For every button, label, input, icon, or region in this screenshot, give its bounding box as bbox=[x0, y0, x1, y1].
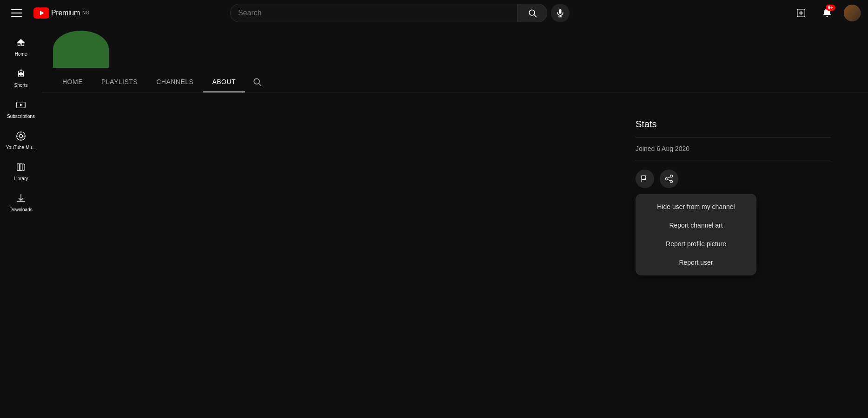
share-icon bbox=[664, 174, 674, 183]
premium-label: Premium bbox=[51, 9, 80, 17]
tab-playlists[interactable]: PLAYLISTS bbox=[92, 72, 147, 92]
channel-avatar bbox=[53, 31, 109, 68]
downloads-icon bbox=[16, 193, 26, 204]
channel-banner bbox=[42, 31, 868, 68]
notifications-button[interactable]: 9+ bbox=[818, 4, 836, 22]
svg-rect-15 bbox=[20, 164, 22, 171]
topnav-left: Premium NG bbox=[7, 4, 119, 22]
topnav: Premium NG bbox=[0, 0, 868, 26]
ng-badge: NG bbox=[82, 10, 89, 15]
youtube-music-icon bbox=[16, 131, 26, 142]
shorts-icon bbox=[16, 68, 26, 79]
sidebar-downloads-label: Downloads bbox=[9, 207, 32, 213]
main-content: HOME PLAYLISTS CHANNELS ABOUT Stats Join… bbox=[42, 26, 868, 92]
tab-home[interactable]: HOME bbox=[53, 72, 92, 92]
sidebar-music-label: YouTube Mu... bbox=[6, 144, 36, 150]
stats-divider-2 bbox=[636, 160, 831, 160]
tab-channels[interactable]: CHANNELS bbox=[147, 72, 203, 92]
svg-point-19 bbox=[670, 175, 673, 177]
create-button[interactable] bbox=[792, 4, 810, 22]
stats-actions: Hide user from my channel Report channel… bbox=[636, 170, 831, 188]
sidebar: Home Shorts Subscriptions YouTube Mu... … bbox=[0, 26, 42, 418]
youtube-logo-icon bbox=[33, 7, 49, 19]
sidebar-item-subscriptions[interactable]: Subscriptions bbox=[2, 94, 40, 123]
search-icon bbox=[528, 8, 537, 18]
logo-area[interactable]: Premium NG bbox=[33, 7, 89, 19]
stats-panel: Stats Joined 6 Aug 2020 Hide user from m… bbox=[636, 119, 831, 188]
flag-button[interactable]: Hide user from my channel Report channel… bbox=[636, 170, 654, 188]
subscriptions-icon bbox=[16, 99, 26, 111]
flag-icon bbox=[640, 174, 649, 183]
dropdown-report-art[interactable]: Report channel art bbox=[636, 216, 756, 235]
library-icon bbox=[16, 162, 26, 173]
tab-search-button[interactable] bbox=[245, 72, 269, 91]
channel-header: HOME PLAYLISTS CHANNELS ABOUT bbox=[42, 26, 868, 92]
sidebar-subscriptions-label: Subscriptions bbox=[7, 113, 35, 119]
hamburger-button[interactable] bbox=[7, 4, 26, 22]
svg-rect-14 bbox=[17, 164, 20, 171]
search-area bbox=[230, 4, 570, 22]
sidebar-item-library[interactable]: Library bbox=[2, 156, 40, 185]
svg-point-21 bbox=[670, 180, 673, 183]
sidebar-item-shorts[interactable]: Shorts bbox=[2, 63, 40, 92]
create-icon bbox=[796, 8, 806, 18]
svg-rect-4 bbox=[559, 9, 562, 14]
sidebar-home-label: Home bbox=[15, 51, 27, 57]
mic-icon bbox=[556, 8, 565, 18]
tab-about[interactable]: ABOUT bbox=[203, 72, 245, 92]
svg-point-13 bbox=[19, 134, 22, 137]
svg-line-3 bbox=[534, 15, 536, 17]
share-button[interactable] bbox=[660, 170, 678, 188]
sidebar-item-downloads[interactable]: Downloads bbox=[2, 187, 40, 216]
tab-search-icon bbox=[252, 77, 262, 86]
svg-point-20 bbox=[666, 178, 668, 180]
svg-marker-11 bbox=[20, 104, 23, 106]
sidebar-shorts-label: Shorts bbox=[14, 82, 28, 88]
stats-divider bbox=[636, 137, 831, 137]
sidebar-item-youtube-music[interactable]: YouTube Mu... bbox=[2, 125, 40, 154]
sidebar-library-label: Library bbox=[14, 176, 28, 182]
stats-title: Stats bbox=[636, 119, 831, 130]
dropdown-report-picture[interactable]: Report profile picture bbox=[636, 235, 756, 253]
stats-join-date: Joined 6 Aug 2020 bbox=[636, 145, 831, 152]
sidebar-item-home[interactable]: Home bbox=[2, 32, 40, 61]
channel-tabs: HOME PLAYLISTS CHANNELS ABOUT bbox=[42, 72, 868, 92]
svg-line-22 bbox=[668, 179, 670, 181]
avatar[interactable] bbox=[844, 5, 861, 21]
svg-line-17 bbox=[259, 84, 261, 86]
svg-line-23 bbox=[668, 176, 670, 178]
notification-badge: 9+ bbox=[826, 5, 835, 11]
topnav-right: 9+ bbox=[792, 4, 861, 22]
hamburger-icon bbox=[11, 7, 22, 19]
search-input[interactable] bbox=[231, 4, 517, 22]
avatar-image bbox=[844, 5, 861, 21]
search-bar bbox=[230, 4, 517, 22]
flag-dropdown-menu: Hide user from my channel Report channel… bbox=[636, 194, 756, 275]
home-icon bbox=[16, 37, 26, 48]
mic-button[interactable] bbox=[551, 4, 570, 22]
dropdown-hide-user[interactable]: Hide user from my channel bbox=[636, 197, 756, 216]
search-submit-button[interactable] bbox=[517, 4, 547, 22]
dropdown-report-user[interactable]: Report user bbox=[636, 253, 756, 272]
